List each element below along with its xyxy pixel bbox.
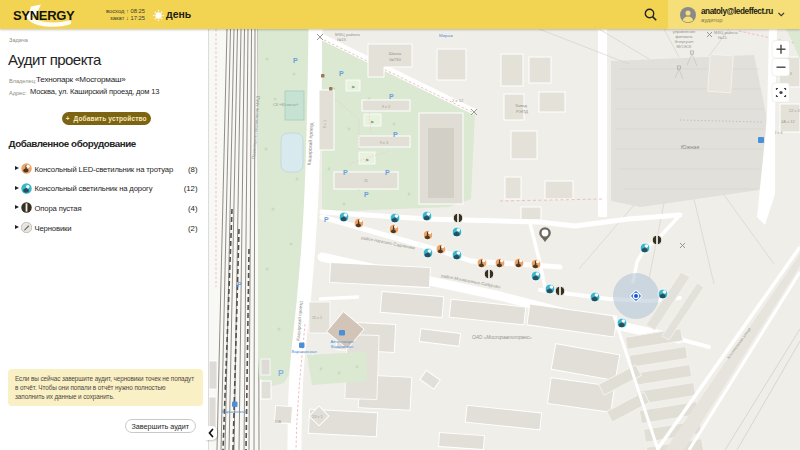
svg-text:№15: №15: [718, 35, 728, 40]
svg-text:P: P: [389, 93, 394, 100]
svg-text:23 к 1: 23 к 1: [312, 414, 323, 419]
svg-text:15 к 1: 15 к 1: [312, 316, 322, 320]
svg-text:9 к 1: 9 к 1: [322, 119, 327, 128]
svg-text:Школа: Школа: [389, 51, 402, 56]
svg-text:P: P: [293, 57, 298, 64]
svg-text:9 к 2: 9 к 2: [382, 104, 391, 109]
svg-text:P: P: [339, 70, 344, 77]
svg-text:Варшавская: Варшавская: [291, 349, 317, 354]
svg-text:P: P: [237, 281, 242, 288]
svg-text:P: P: [385, 169, 390, 176]
svg-text:P: P: [393, 131, 398, 138]
svg-text:МОЭСК: МОЭСК: [677, 44, 692, 49]
svg-text:⚑: ⚑: [351, 85, 355, 90]
svg-text:РЭПД: РЭПД: [516, 109, 528, 114]
svg-text:SYNERGY: SYNERGY: [13, 8, 75, 23]
svg-text:Варшавская: Варшавская: [221, 409, 247, 414]
svg-text:4А к 12: 4А к 12: [781, 119, 796, 124]
svg-text:9 к 3: 9 к 3: [380, 140, 389, 145]
svg-text:P: P: [343, 169, 348, 176]
svg-text:ОАО «Мосгоравтотранс»: ОАО «Мосгоравтотранс»: [472, 335, 532, 340]
svg-text:№15: №15: [337, 37, 347, 42]
svg-text:⚑: ⚑: [370, 120, 374, 125]
svg-text:⚑: ⚑: [365, 158, 369, 163]
svg-text:Варшавская: Варшавская: [331, 344, 353, 349]
svg-text:P: P: [324, 216, 329, 223]
svg-text:№730: №730: [389, 57, 401, 62]
svg-text:P: P: [364, 191, 369, 198]
svg-text:СК «Юность»: СК «Юность»: [273, 102, 299, 107]
svg-text:22 к 4: 22 к 4: [789, 108, 800, 113]
svg-text:2 к 12: 2 к 12: [452, 98, 464, 103]
svg-text:Мираж: Мираж: [439, 33, 453, 38]
svg-text:Южная: Южная: [681, 144, 699, 150]
svg-text:P: P: [278, 368, 284, 378]
svg-text:Завод: Завод: [515, 103, 528, 108]
svg-text:10А: 10А: [274, 419, 281, 424]
